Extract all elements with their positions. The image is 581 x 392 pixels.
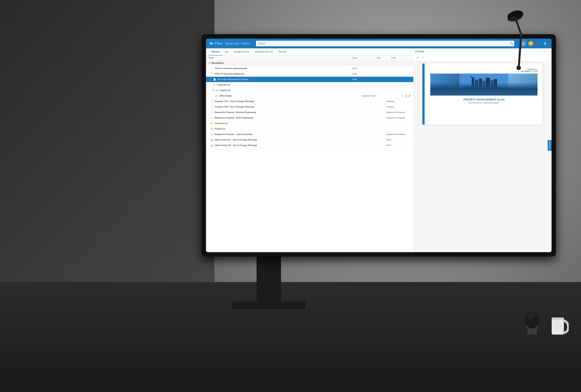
search-bar: 🔍 (256, 41, 514, 46)
table-row[interactable]: ▼ 📄 AB Project Management Plan.doc Order (206, 77, 413, 82)
excel-icon: 📊 (210, 138, 213, 142)
logo-area: M·Files (210, 42, 222, 46)
search-input[interactable] (256, 41, 514, 46)
table-row[interactable]: 📄 Request for Proposal - Electrical Engi… (206, 110, 413, 115)
more-options-button[interactable]: ⋮ (547, 50, 550, 53)
doc-class: Order (352, 78, 376, 80)
expand-button[interactable]: ▼ (210, 78, 212, 80)
project-icon: 🔗 (210, 127, 213, 130)
doc-class: Request for Proposal (386, 111, 411, 114)
main-content: Recent All Assigned (13) Checked Out (4)… (206, 48, 552, 252)
preview-panel: Preview ⤢ ⋮ ↗ ☆ (413, 48, 552, 252)
tabs-bar: Recent All Assigned (13) Checked Out (4)… (206, 48, 413, 56)
monitor-screen: M·Files Sample Vault > Recent 🔍 ⊞ 🔔 👤 ⚙ (206, 38, 552, 252)
link-icon[interactable]: 🔗 (408, 94, 411, 97)
column-headers: Name Class Size Date (206, 56, 413, 60)
share-button[interactable]: ↗ (415, 56, 420, 60)
group-header-documents[interactable]: ▼ Documents (206, 60, 413, 66)
doc-class: Customer Project (362, 95, 386, 97)
plant-svg (520, 302, 544, 336)
table-row[interactable]: 📊 Sales Invoice 227 - City of Chicago (P… (206, 137, 413, 143)
topbar: M·Files Sample Vault > Recent 🔍 ⊞ 🔔 👤 ⚙ (206, 38, 552, 48)
doc-class: Request for Proposal (386, 133, 411, 136)
metadata-tab[interactable]: Metadata (548, 140, 552, 151)
monitor-frame: M·Files Sample Vault > Recent 🔍 ⊞ 🔔 👤 ⚙ (202, 34, 556, 256)
edit-icon[interactable]: ✏ (402, 94, 404, 97)
lamp-svg (508, 10, 530, 71)
doc-class: Order (352, 67, 376, 70)
doc-name: Customers (1) (217, 84, 411, 86)
svg-rect-25 (552, 318, 564, 334)
user-icon[interactable]: 👤 (535, 40, 540, 46)
doc-class: Order (352, 73, 376, 75)
desk-area (0, 282, 581, 392)
inline-actions: ✏ 📋 🔗 (402, 94, 411, 97)
svg-point-17 (520, 33, 522, 36)
table-row[interactable]: 📁 Office Design Customer Project ✏ 📋 🔗 (206, 93, 413, 99)
table-row[interactable]: 📊 Sales Invoice 229 - City of Chicago (P… (206, 143, 413, 148)
table-row[interactable]: 📄 Request for Proposal - HVAC Engineerin… (206, 115, 413, 121)
logo-m: M· (210, 42, 214, 46)
tab-pinned[interactable]: Pinned (276, 48, 289, 56)
pdf-icon: 📄 (210, 116, 213, 120)
table-row[interactable]: 📄 Proposal 7708 - City of Chicago (Plann… (206, 104, 413, 110)
pdf-icon: 📄 (210, 105, 213, 108)
doc-name: AB Project Management Plan.doc (218, 78, 352, 80)
svg-rect-3 (470, 76, 472, 77)
table-row[interactable]: 📄 Proposal 7703 - City of Chicago (Plann… (206, 99, 413, 104)
pdf-icon: 📄 (210, 133, 213, 136)
table-row[interactable]: 🔗 Projects (3) (206, 126, 413, 132)
settings-icon[interactable]: ⚙ (542, 40, 548, 46)
mug-svg (549, 312, 569, 337)
plant-decoration (520, 302, 544, 336)
doc-class: Proposal (386, 106, 411, 108)
doc-class: Order (386, 144, 411, 146)
doc-name: Order for Electrical engineering.doc (214, 67, 352, 70)
table-row[interactable]: 📁 Customers (1) (206, 121, 413, 126)
doc-name: Sales Invoice 227 - City of Chicago (Pla… (214, 139, 386, 141)
table-row[interactable]: 📄 Order for Electrical engineering.doc O… (206, 66, 413, 71)
svg-point-24 (528, 312, 536, 319)
doc-name: Projects (3) (214, 128, 411, 130)
doc-class: Request for Proposal (386, 117, 411, 119)
table-row[interactable]: 📄 Order for Electrical installing.doc Or… (206, 71, 413, 77)
preview-doc-subtitle: AUSTIN DISTRICT REDEVELOPMENT (430, 102, 538, 104)
vault-breadcrumb: Sample Vault > Recent (225, 42, 250, 45)
col-header-class: Class (352, 57, 376, 59)
project-icon: 🔗 (215, 89, 219, 92)
copy-icon[interactable]: 📋 (404, 94, 407, 97)
preview-toolbar: ↗ ☆ (413, 54, 552, 61)
table-row[interactable]: ▼ 🔗 Projects (3) (206, 88, 413, 93)
doc-name: Request for Proposal - Electrical Engine… (214, 111, 386, 114)
city-image (430, 74, 538, 96)
expand-button[interactable]: ▼ (212, 89, 214, 92)
preview-content: VERSION 4.0 DECEMBER 12, 2020 (413, 61, 552, 252)
expand-preview-button[interactable]: ⤢ (543, 50, 546, 53)
lamp-arm-upper (508, 10, 530, 71)
logo-files: Files (215, 42, 222, 46)
preview-header: Preview ⤢ ⋮ (413, 48, 552, 54)
table-row[interactable]: 📄 Request for Proposal - Land Constructi… (206, 132, 413, 137)
document-preview-page: VERSION 4.0 DECEMBER 12, 2020 (422, 64, 542, 124)
word-icon: 📄 (210, 67, 213, 70)
svg-rect-26 (552, 318, 564, 320)
col-header-name: Name (208, 57, 352, 59)
tab-recent[interactable]: Recent (208, 48, 222, 56)
tab-checked-out[interactable]: Checked Out (4) (252, 48, 276, 56)
tab-assigned[interactable]: Assigned (13) (231, 48, 252, 56)
document-list: ▼ Documents 📄 Order for Electrical engin… (206, 60, 413, 252)
table-row[interactable]: 📁 Customers (1) (206, 82, 413, 88)
folder-icon: 📁 (212, 83, 216, 86)
svg-point-16 (509, 17, 521, 22)
mfiles-app: M·Files Sample Vault > Recent 🔍 ⊞ 🔔 👤 ⚙ (206, 38, 552, 252)
doc-name: Request for Proposal - HVAC Engineering (214, 117, 386, 119)
tab-all[interactable]: All (222, 48, 231, 56)
preview-actions: ⤢ ⋮ (543, 50, 550, 53)
doc-name: Customers (1) (214, 122, 411, 124)
star-button[interactable]: ☆ (421, 56, 425, 60)
mug-decoration (549, 312, 569, 337)
doc-name: Order for Electrical installing.doc (214, 73, 352, 75)
doc-name: Proposal 7703 - City of Chicago (Plannin… (214, 100, 386, 102)
document-panel: Recent All Assigned (13) Checked Out (4)… (206, 48, 413, 252)
doc-name: Proposal 7708 - City of Chicago (Plannin… (214, 106, 386, 108)
